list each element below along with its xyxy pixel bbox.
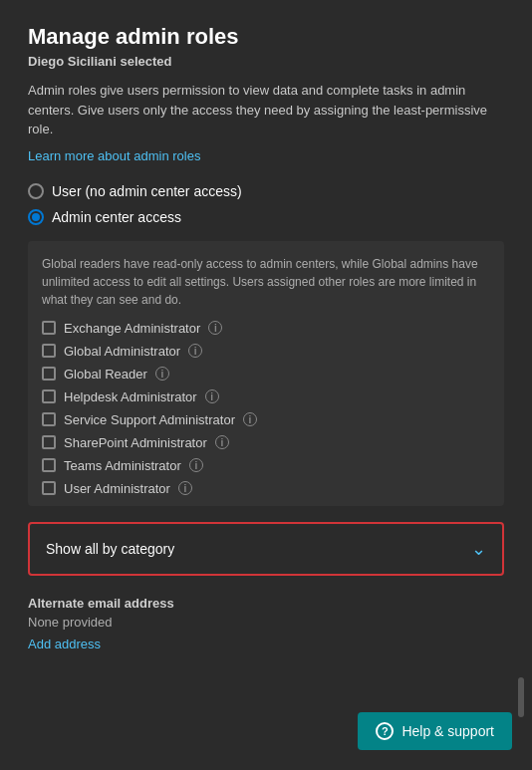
admin-center-access-radio[interactable] [28,209,44,225]
help-support-label: Help & support [401,723,494,739]
user-no-access-label: User (no admin center access) [52,183,242,199]
role-label: SharePoint Administrator [64,435,207,450]
info-icon[interactable]: i [205,389,219,403]
role-list: Exchange AdministratoriGlobal Administra… [42,321,490,496]
show-all-by-category[interactable]: Show all by category ⌄ [28,522,504,576]
role-checkbox[interactable] [42,412,56,426]
admin-center-access-option[interactable]: Admin center access [28,209,504,225]
admin-access-section: Global readers have read-only access to … [28,241,504,506]
role-item: Exchange Administratori [42,321,490,336]
role-checkbox[interactable] [42,321,56,335]
chevron-down-icon: ⌄ [471,538,486,560]
info-icon[interactable]: i [155,367,169,381]
admin-access-description: Global readers have read-only access to … [42,255,490,309]
role-item: User Administratori [42,481,490,496]
manage-admin-roles-panel: Manage admin roles Diego Siciliani selec… [0,0,532,770]
role-label: User Administrator [64,481,170,496]
info-icon[interactable]: i [243,412,257,426]
scrollbar[interactable] [518,677,524,717]
page-title: Manage admin roles [28,24,504,50]
role-checkbox[interactable] [42,344,56,358]
access-type-radio-group: User (no admin center access) Admin cent… [28,183,504,225]
alternate-email-value: None provided [28,615,504,630]
role-item: Global Administratori [42,344,490,359]
user-no-access-radio[interactable] [28,183,44,199]
role-checkbox[interactable] [42,435,56,449]
selected-user-label: Diego Siciliani selected [28,54,504,69]
role-item: SharePoint Administratori [42,435,490,450]
admin-center-access-label: Admin center access [52,209,181,225]
alternate-email-label: Alternate email address [28,596,504,611]
show-all-label: Show all by category [46,541,174,557]
role-label: Exchange Administrator [64,321,200,336]
panel-description: Admin roles give users permission to vie… [28,81,504,139]
role-label: Helpdesk Administrator [64,389,197,404]
role-label: Service Support Administrator [64,412,235,427]
info-icon[interactable]: i [188,344,202,358]
role-label: Global Administrator [64,344,180,359]
info-icon[interactable]: i [215,435,229,449]
info-icon[interactable]: i [208,321,222,335]
alternate-email-section: Alternate email address None provided Ad… [28,596,504,651]
role-checkbox[interactable] [42,367,56,381]
info-icon[interactable]: i [189,458,203,472]
info-icon[interactable]: i [178,481,192,495]
role-item: Teams Administratori [42,458,490,473]
help-icon: ? [376,722,394,740]
role-label: Teams Administrator [64,458,181,473]
learn-more-link[interactable]: Learn more about admin roles [28,148,200,163]
role-item: Helpdesk Administratori [42,389,490,404]
role-item: Global Readeri [42,367,490,382]
role-checkbox[interactable] [42,481,56,495]
role-label: Global Reader [64,367,147,382]
add-address-link[interactable]: Add address [28,637,101,651]
role-checkbox[interactable] [42,458,56,472]
role-checkbox[interactable] [42,389,56,403]
role-item: Service Support Administratori [42,412,490,427]
help-support-button[interactable]: ? Help & support [358,712,512,750]
user-no-access-option[interactable]: User (no admin center access) [28,183,504,199]
